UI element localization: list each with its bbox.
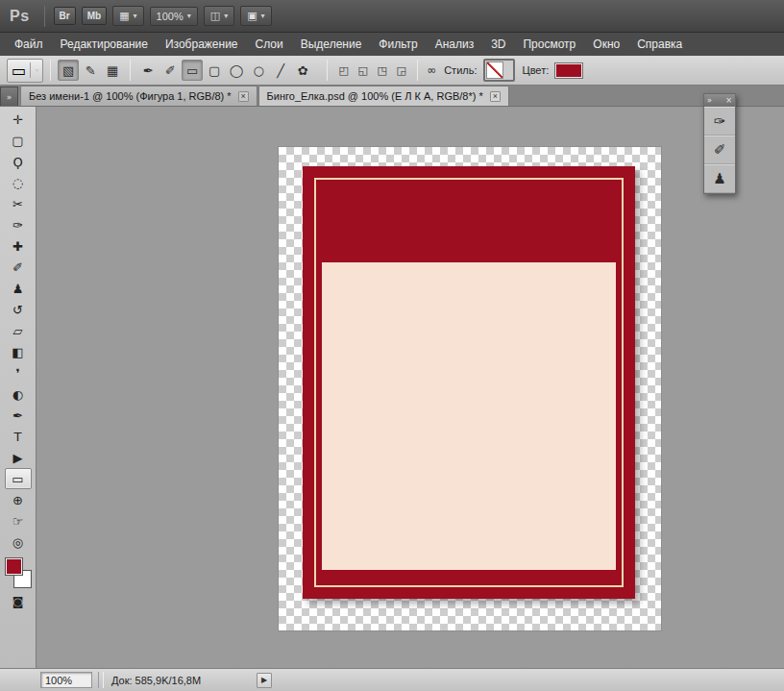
menu-analysis[interactable]: Анализ xyxy=(427,34,483,55)
chevron-down-icon: ▾ xyxy=(134,12,137,20)
eraser-tool[interactable]: ▱ xyxy=(5,320,32,341)
view-extras-icon: ▦ xyxy=(119,10,129,22)
rectangle-tool-button[interactable]: ▭ xyxy=(182,60,203,81)
blur-tool[interactable]: ❜ xyxy=(5,362,32,383)
panel-collapse-icon[interactable]: » xyxy=(707,96,712,105)
chevron-down-icon: ▾ xyxy=(506,66,510,75)
menu-select[interactable]: Выделение xyxy=(292,34,371,55)
titlebar-separator xyxy=(44,6,45,27)
color-label: Цвет: xyxy=(523,64,550,76)
dodge-tool[interactable]: ◐ xyxy=(5,383,32,405)
hand-tool[interactable]: ☞ xyxy=(5,510,32,531)
type-tool[interactable]: T xyxy=(5,426,32,447)
status-expand-button[interactable]: ▶ xyxy=(257,673,272,688)
style-picker[interactable]: ▾ xyxy=(483,59,515,82)
menu-edit[interactable]: Редактирование xyxy=(52,34,157,55)
lasso-tool[interactable]: Ϙ xyxy=(5,151,32,172)
link-icon[interactable]: ∞ xyxy=(427,63,436,77)
add-to-shape-button[interactable]: ◱ xyxy=(354,62,372,80)
paths-button[interactable]: ✎ xyxy=(80,60,101,81)
tools-panel: ✛▢Ϙ◌✂✑✚✐♟↺▱◧❜◐✒T▶▭⊕☞◎◙ xyxy=(0,107,37,668)
clone-stamp-tool[interactable]: ♟ xyxy=(5,278,32,299)
ellipse-tool-button[interactable]: ◯ xyxy=(226,60,247,81)
create-shape-layer-button[interactable]: ◰ xyxy=(334,62,353,80)
pen-tool[interactable]: ✒ xyxy=(5,405,32,426)
tab-close-icon[interactable]: × xyxy=(238,91,249,102)
tool-presets-panel-icon[interactable]: ✑ xyxy=(704,107,735,136)
shape-layers-button[interactable]: ▧ xyxy=(58,60,79,81)
brush-tool[interactable]: ✐ xyxy=(5,257,32,278)
arrange-documents-dropdown[interactable]: ◫ ▾ xyxy=(204,6,234,26)
subtract-from-shape-button[interactable]: ◳ xyxy=(373,62,391,80)
path-operations-button-group: ◰◱◳◲ xyxy=(334,62,410,80)
intersect-shape-button[interactable]: ◲ xyxy=(392,62,410,80)
pen-tool-button[interactable]: ✒ xyxy=(137,60,159,81)
menu-image[interactable]: Изображение xyxy=(157,34,247,55)
3d-rotate-tool[interactable]: ⊕ xyxy=(5,489,32,510)
tab-untitled-1[interactable]: Без имени-1 @ 100% (Фигура 1, RGB/8) *× xyxy=(20,86,257,106)
chevron-down-icon: ▾ xyxy=(35,66,38,75)
rectangular-marquee-tool[interactable]: ▢ xyxy=(5,130,32,151)
canvas-area xyxy=(37,107,784,668)
foreground-color-swatch[interactable] xyxy=(6,558,22,575)
status-zoom-field[interactable]: 100% xyxy=(40,672,92,688)
quick-mask-button[interactable]: ◙ xyxy=(5,591,32,612)
menu-view[interactable]: Просмотр xyxy=(514,34,584,55)
arrange-documents-icon: ◫ xyxy=(210,10,220,22)
floating-panel-icons: ✑✐♟ xyxy=(704,107,735,193)
tab-bingo-elka-label: Бинго_Елка.psd @ 100% (Е Л К А, RGB/8*) … xyxy=(267,90,483,102)
menu-window[interactable]: Окно xyxy=(584,34,628,55)
workspace: » Без имени-1 @ 100% (Фигура 1, RGB/8) *… xyxy=(0,86,784,668)
custom-shape-tool-button[interactable]: ✿ xyxy=(292,60,313,81)
menu-layers[interactable]: Слои xyxy=(247,34,292,55)
color-swatches xyxy=(5,558,32,587)
shape-tools-caret-icon[interactable]: ▾ xyxy=(316,66,320,75)
style-label: Стиль: xyxy=(444,64,477,76)
rectangle-tool[interactable]: ▭ xyxy=(5,468,32,489)
zoom-level-dropdown[interactable]: 100% ▾ xyxy=(150,7,198,26)
launch-minibridge-button[interactable]: Mb xyxy=(82,7,107,25)
shape-color-swatch[interactable] xyxy=(554,62,583,79)
panel-close-icon[interactable]: × xyxy=(725,96,732,105)
crop-tool[interactable]: ✂ xyxy=(5,193,32,214)
tools-panel-collapse-button[interactable]: » xyxy=(0,86,18,106)
photoshop-logo: Ps xyxy=(8,6,36,27)
rectangle-tool-preset-icon: ▭ xyxy=(12,62,26,80)
zoom-tool[interactable]: ◎ xyxy=(5,531,32,553)
workspace-content: ✛▢Ϙ◌✂✑✚✐♟↺▱◧❜◐✒T▶▭⊕☞◎◙ xyxy=(0,107,784,668)
launch-bridge-button[interactable]: Br xyxy=(54,7,76,25)
freeform-pen-tool-button[interactable]: ✐ xyxy=(159,60,181,81)
history-brush-tool[interactable]: ↺ xyxy=(5,299,32,320)
zoom-level-value: 100% xyxy=(157,11,184,22)
menu-file[interactable]: Файл xyxy=(6,34,52,55)
menu-filter[interactable]: Фильтр xyxy=(370,34,426,55)
tool-preset-picker[interactable]: ▭ ▾ xyxy=(7,59,43,83)
tab-close-icon[interactable]: × xyxy=(490,91,501,102)
no-style-swatch xyxy=(486,62,503,79)
menu-help[interactable]: Справка xyxy=(628,34,691,55)
document-tab-bar: » Без имени-1 @ 100% (Фигура 1, RGB/8) *… xyxy=(0,86,784,107)
quick-selection-tool[interactable]: ◌ xyxy=(5,172,32,193)
eyedropper-tool[interactable]: ✑ xyxy=(5,214,32,235)
tab-untitled-1-label: Без имени-1 @ 100% (Фигура 1, RGB/8) * xyxy=(29,90,232,102)
polygon-tool-button[interactable]: ○ xyxy=(248,60,269,81)
chevron-down-icon: ▾ xyxy=(187,12,191,20)
tab-bingo-elka[interactable]: Бинго_Елка.psd @ 100% (Е Л К А, RGB/8*) … xyxy=(258,86,509,106)
spot-healing-brush-tool[interactable]: ✚ xyxy=(5,235,32,257)
card-inner-rectangle xyxy=(322,262,616,570)
clone-source-panel-icon[interactable]: ♟ xyxy=(704,164,735,193)
chevron-down-icon: ▾ xyxy=(261,12,265,20)
document-canvas[interactable] xyxy=(278,146,662,631)
path-selection-tool[interactable]: ▶ xyxy=(5,447,32,468)
screen-mode-dropdown[interactable]: ▣ ▾ xyxy=(240,6,271,26)
gradient-tool[interactable]: ◧ xyxy=(5,341,32,362)
move-tool[interactable]: ✛ xyxy=(5,109,32,130)
brush-panel-icon[interactable]: ✐ xyxy=(704,136,735,164)
fill-pixels-button[interactable]: ▦ xyxy=(102,60,123,81)
line-tool-button[interactable]: ╱ xyxy=(270,60,291,81)
rounded-rectangle-tool-button[interactable]: ▢ xyxy=(204,60,225,81)
menu-3d[interactable]: 3D xyxy=(482,34,514,55)
application-bar: Ps Br Mb ▦ ▾ 100% ▾ ◫ ▾ ▣ ▾ xyxy=(0,0,784,33)
chevron-down-icon: ▾ xyxy=(224,12,228,20)
view-extras-dropdown[interactable]: ▦ ▾ xyxy=(112,6,143,26)
